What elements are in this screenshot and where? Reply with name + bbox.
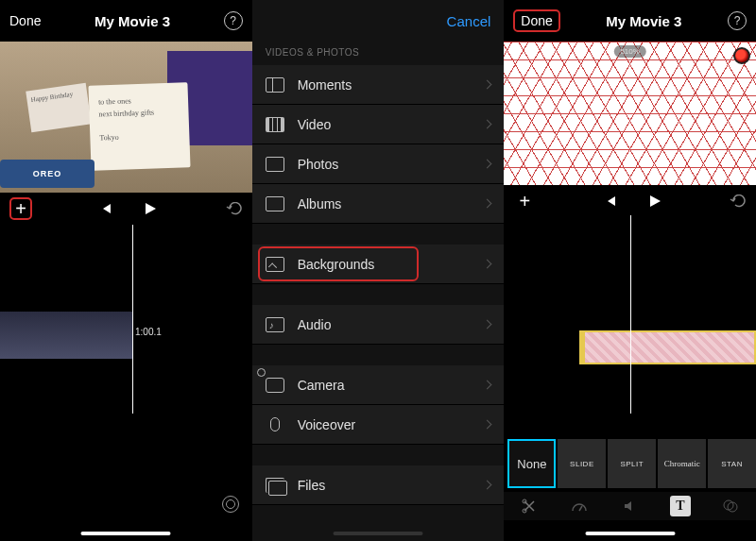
project-title: My Movie 3 [94, 13, 170, 29]
edit-tools-row: T [504, 492, 756, 520]
albums-icon [266, 196, 284, 211]
video-icon [266, 117, 284, 132]
chevron-right-icon [483, 481, 492, 490]
titles-tool[interactable]: T [670, 496, 691, 516]
video-preview[interactable]: Happy Birthday OREO [0, 42, 252, 193]
menu-label: Backgrounds [298, 257, 375, 272]
volume-tool[interactable] [620, 496, 641, 516]
chevron-right-icon [483, 160, 492, 169]
timeline-clip-background[interactable] [579, 330, 756, 364]
project-title: My Movie 3 [606, 13, 681, 29]
svg-point-2 [724, 500, 733, 510]
header: Done My Movie 3 ? [504, 0, 756, 42]
cancel-button[interactable]: Cancel [447, 13, 491, 29]
title-style-chromatic[interactable]: Chromatic [658, 439, 706, 488]
menu-item-voiceover[interactable]: Voiceover [252, 405, 505, 445]
timeline-toolbar: + [0, 193, 252, 225]
menu-item-backgrounds[interactable]: Backgrounds [252, 245, 505, 284]
scissors-tool[interactable] [519, 496, 540, 516]
title-style-slide[interactable]: SLIDE [558, 439, 606, 488]
menu-label: Video [298, 117, 332, 132]
camera-icon [266, 378, 284, 393]
chevron-right-icon [483, 380, 492, 390]
photos-icon [266, 157, 284, 172]
menu-label: Files [298, 478, 326, 493]
settings-button[interactable] [222, 496, 239, 513]
title-style-standard[interactable]: STAN [708, 439, 756, 488]
done-button[interactable]: Done [9, 13, 41, 28]
audio-icon [266, 317, 284, 332]
chevron-right-icon [483, 199, 492, 209]
menu-item-audio[interactable]: Audio [252, 305, 505, 345]
chevron-right-icon [483, 80, 492, 90]
filters-tool[interactable] [720, 496, 741, 516]
playhead[interactable] [630, 215, 631, 414]
menu-label: Albums [298, 196, 342, 211]
menu-label: Voiceover [298, 417, 355, 432]
title-styles-row[interactable]: None SLIDE SPLIT Chromatic STAN [504, 439, 756, 492]
undo-button[interactable] [226, 202, 243, 215]
menu-item-files[interactable]: Files [252, 465, 505, 505]
home-indicator[interactable] [81, 532, 171, 535]
playhead[interactable] [132, 225, 133, 414]
editor-panel-initial: Done My Movie 3 ? Happy Birthday OREO + … [0, 0, 252, 541]
menu-label: Audio [298, 317, 332, 332]
prev-frame-button[interactable] [99, 202, 112, 215]
undo-button[interactable] [730, 194, 747, 208]
menu-item-video[interactable]: Video [252, 105, 505, 144]
add-media-button[interactable]: + [9, 197, 32, 220]
menu-item-albums[interactable]: Albums [252, 184, 505, 224]
files-icon [266, 478, 284, 493]
help-icon[interactable]: ? [728, 11, 747, 30]
timeline-clip[interactable] [0, 312, 132, 359]
media-picker-panel: Cancel VIDEOS & PHOTOS Moments Video Pho… [252, 0, 505, 541]
play-button[interactable] [143, 201, 158, 216]
gear-icon [222, 496, 239, 513]
picker-header: Cancel [252, 0, 505, 42]
home-indicator[interactable] [333, 532, 422, 535]
home-indicator[interactable] [585, 532, 675, 535]
menu-item-photos[interactable]: Photos [252, 144, 505, 184]
title-style-split[interactable]: SPLIT [608, 439, 656, 488]
chevron-right-icon [483, 260, 492, 269]
moments-icon [266, 77, 284, 93]
help-icon[interactable]: ? [224, 11, 243, 30]
preview-greeting-card: Happy Birthday [26, 83, 92, 132]
menu-item-camera[interactable]: Camera [252, 365, 505, 405]
backgrounds-icon [266, 257, 284, 272]
done-button[interactable]: Done [513, 9, 559, 32]
menu-label: Camera [298, 378, 345, 393]
zoom-level-label: 510% [613, 45, 645, 58]
svg-point-3 [728, 502, 737, 512]
play-button[interactable] [647, 194, 662, 209]
chevron-right-icon [483, 320, 492, 330]
chevron-right-icon [483, 120, 492, 129]
header: Done My Movie 3 ? [0, 0, 252, 42]
title-style-none[interactable]: None [507, 439, 556, 488]
menu-label: Moments [298, 77, 352, 93]
prev-frame-button[interactable] [604, 194, 617, 208]
mic-icon [266, 417, 284, 432]
video-preview[interactable]: 510% [504, 42, 756, 185]
clip-duration-label: 1:00.1 [135, 327, 162, 337]
chevron-right-icon [483, 420, 492, 430]
speed-tool[interactable] [569, 496, 590, 516]
preview-object-oreo: OREO [0, 160, 94, 188]
menu-item-moments[interactable]: Moments [252, 65, 505, 105]
editor-panel-titles: Done My Movie 3 ? 510% + None SLIDE SPLI… [504, 0, 756, 541]
add-media-button[interactable]: + [513, 190, 536, 212]
timeline-toolbar: + [504, 185, 756, 217]
background-pattern-preview [504, 42, 756, 185]
color-picker-button[interactable] [733, 47, 750, 64]
menu-label: Photos [298, 157, 339, 172]
timeline-area[interactable] [504, 217, 756, 415]
section-header-videos-photos: VIDEOS & PHOTOS [252, 42, 505, 65]
preview-note-card [88, 82, 190, 171]
